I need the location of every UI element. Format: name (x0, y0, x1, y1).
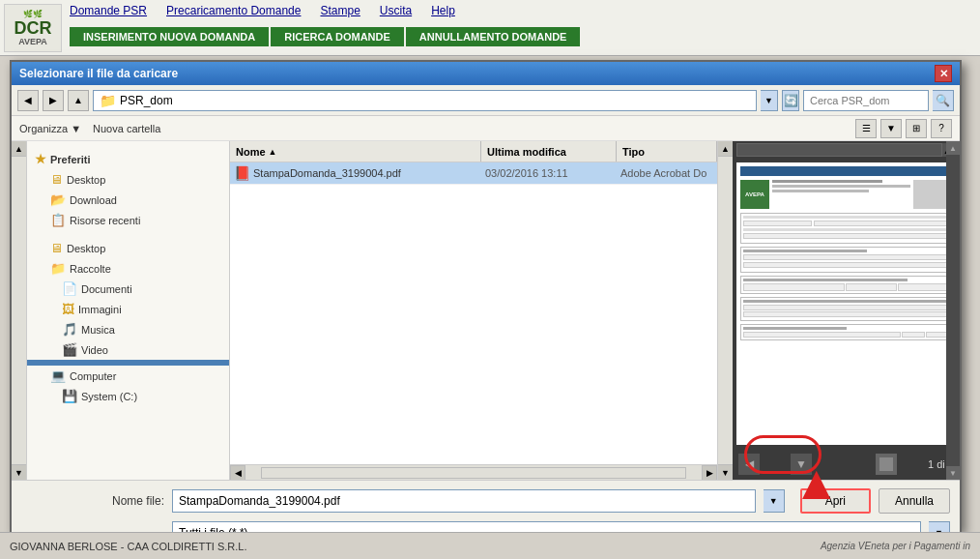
logo-text: DCR (14, 19, 52, 37)
menu-domande-psr[interactable]: Domande PSR (70, 4, 147, 17)
path-dropdown[interactable]: ▼ (761, 90, 778, 111)
desktop2-icon: 🖥 (50, 241, 63, 255)
view-down-button[interactable]: ▼ (880, 119, 902, 138)
computer-icon: 💻 (50, 368, 66, 383)
download-folder-icon: 📂 (50, 192, 66, 207)
desktop-folder-icon: 🖥 (50, 172, 63, 187)
ps2-h (743, 250, 867, 252)
scroll-down-btn[interactable]: ▼ (12, 464, 26, 480)
col-header-date[interactable]: Ultima modifica (481, 141, 617, 162)
filelist-scroll-down[interactable]: ▼ (718, 464, 733, 480)
btn-annullamento[interactable]: ANNULLAMENTO DOMANDE (406, 27, 581, 46)
menu-uscita[interactable]: Uscita (380, 4, 412, 17)
sidebar-item-risorse[interactable]: 📋 Risorse recenti (27, 210, 229, 230)
view-grid-button[interactable]: ⊞ (906, 119, 927, 138)
sidebar-computer-label: Computer (70, 370, 116, 382)
preview-section5 (740, 324, 952, 340)
sidebar-item-video[interactable]: 🎬 Video (27, 339, 229, 360)
drive-icon: 💾 (62, 389, 77, 403)
sidebar-item-computer[interactable]: 💻 Computer (27, 366, 229, 386)
status-right: Agenzia VEneta per i Pagamenti in (821, 541, 970, 551)
col-tipo-label: Tipo (622, 146, 645, 158)
file-list: 📕 StampaDomanda_3199004.pdf 03/02/2016 1… (230, 162, 717, 464)
nuova-cartella-button[interactable]: Nuova cartella (93, 123, 160, 134)
search-input[interactable] (803, 90, 929, 111)
preview-section4 (740, 297, 952, 321)
preview-page-btn (876, 454, 897, 475)
menu-stampe[interactable]: Stampe (320, 4, 360, 17)
file-list-header: Nome ▲ Ultima modifica Tipo (230, 141, 717, 162)
up-button[interactable]: ▲ (68, 90, 89, 111)
preview-vscroll[interactable]: ▲ ▼ (946, 141, 960, 480)
col-date-label: Ultima modifica (487, 146, 566, 158)
preview-vscroll-track (946, 155, 960, 466)
hscroll-right-btn[interactable]: ▶ (702, 465, 717, 481)
agency-label: Agenzia VEneta per i Pagamenti in (821, 541, 970, 551)
sidebar-item-desktop[interactable]: 🖥 Desktop (27, 169, 229, 190)
filelist-scroll-track (718, 157, 733, 464)
preview-scroll-top[interactable] (736, 143, 942, 157)
app-header: 🌿🌿 DCR AVEPA Domande PSR Precaricamento … (0, 0, 980, 56)
sidebar-raccolte-label: Raccolte (70, 263, 111, 275)
view-list-button[interactable]: ☰ (855, 119, 877, 138)
pl1 (772, 180, 882, 183)
filename-input[interactable] (172, 489, 756, 513)
table-row[interactable]: 📕 StampaDomanda_3199004.pdf 03/02/2016 1… (230, 162, 717, 185)
refresh-button[interactable]: 🔄 (782, 90, 799, 111)
horizontal-scrollbar[interactable]: ◀ ▶ (230, 464, 717, 480)
sidebar-item-raccolte[interactable]: 📁 Raccolte (27, 258, 229, 279)
col-nome-label: Nome (236, 146, 266, 158)
red-arrow-indicator: ▲ (793, 455, 841, 511)
ps4-h (743, 300, 949, 303)
cancel-button[interactable]: Annulla (879, 488, 950, 514)
sidebar-item-desktop2[interactable]: 🖥 Desktop (27, 238, 229, 258)
preview-header (740, 166, 952, 176)
sidebar-item-musica[interactable]: 🎵 Musica (27, 319, 229, 339)
sidebar-item-documenti[interactable]: 📄 Documenti (27, 279, 229, 299)
dialog-title: Selezionare il file da caricare (19, 67, 178, 80)
preview-logo-row: AVEPA (740, 180, 952, 209)
forward-button[interactable]: ▶ (43, 90, 64, 111)
preview-prev-button[interactable]: ◀ (738, 454, 760, 475)
preview-vscroll-up[interactable]: ▲ (946, 141, 960, 155)
sidebar-item-immagini[interactable]: 🖼 Immagini (27, 299, 229, 319)
btn-ricerca[interactable]: RICERCA DOMANDE (271, 27, 404, 46)
filename-dropdown[interactable]: ▼ (764, 489, 785, 513)
col-header-tipo[interactable]: Tipo (617, 141, 717, 162)
hscroll-left-btn[interactable]: ◀ (230, 465, 245, 481)
filelist-scrollbar[interactable]: ▲ ▼ (717, 141, 733, 480)
top-nav: Domande PSR Precaricamento Domande Stamp… (70, 4, 455, 17)
sidebar-spacer1 (27, 230, 229, 238)
view-controls: ☰ ▼ ⊞ ? (855, 119, 952, 138)
sidebar-scrollbar[interactable]: ▲ ▼ (12, 141, 27, 480)
dialog-subbar: Organizza ▼ Nuova cartella ☰ ▼ ⊞ ? (12, 116, 960, 141)
sidebar-immagini-label: Immagini (78, 304, 122, 315)
dialog-close-button[interactable]: ✕ (935, 65, 952, 82)
pf-cell2 (814, 221, 949, 226)
view-help-button[interactable]: ? (931, 119, 952, 138)
menu-precaricamento[interactable]: Precaricamento Domande (166, 4, 301, 17)
col-header-nome[interactable]: Nome ▲ (230, 141, 481, 162)
search-button[interactable]: 🔍 (933, 90, 954, 111)
file-list-container: Nome ▲ Ultima modifica Tipo 📕 StampaDoma… (230, 141, 717, 480)
ps3-c1 (743, 283, 845, 291)
btn-inserimento[interactable]: INSERIMENTO NUOVA DOMANDA (70, 27, 269, 46)
pf1 (743, 216, 949, 219)
sidebar-item-systemc[interactable]: 💾 System (C:) (27, 386, 229, 406)
dialog-toolbar: ◀ ▶ ▲ 📁 PSR_dom ▼ 🔄 🔍 (12, 85, 960, 116)
ps4-c1 (743, 305, 949, 310)
documenti-icon: 📄 (62, 281, 77, 296)
sidebar-systemc-label: System (C:) (81, 391, 137, 402)
preview-vscroll-down[interactable]: ▼ (946, 466, 960, 480)
filelist-scroll-up[interactable]: ▲ (718, 141, 733, 157)
back-button[interactable]: ◀ (17, 90, 39, 111)
sidebar-documenti-label: Documenti (81, 283, 132, 295)
menu-help[interactable]: Help (431, 4, 455, 17)
sidebar-risorse-label: Risorse recenti (70, 215, 140, 226)
organizza-button[interactable]: Organizza ▼ (19, 123, 81, 134)
sidebar-download-label: Download (70, 194, 117, 206)
sidebar-favoriti-header[interactable]: ★ Preferiti (27, 149, 229, 169)
scroll-up-btn[interactable]: ▲ (12, 141, 26, 157)
sidebar-item-download[interactable]: 📂 Download (27, 190, 229, 210)
file-name: StampaDomanda_3199004.pdf (253, 167, 485, 179)
